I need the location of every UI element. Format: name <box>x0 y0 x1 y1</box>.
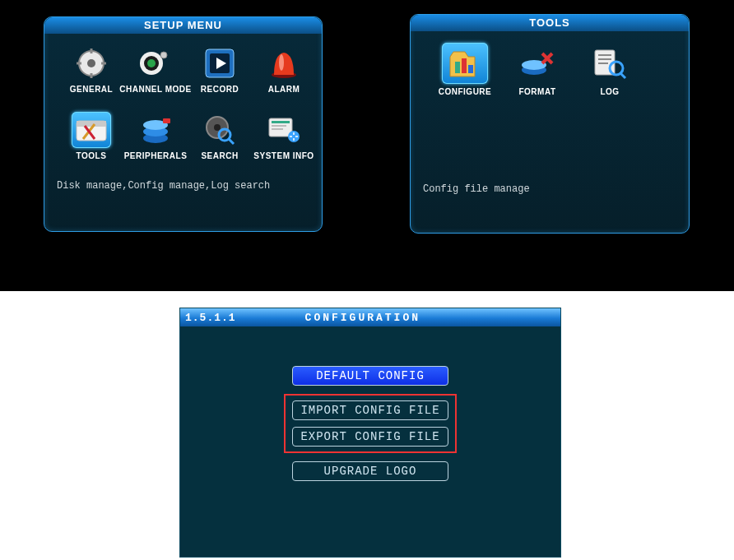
gear-icon <box>72 45 111 81</box>
svg-rect-29 <box>272 125 286 127</box>
svg-point-9 <box>160 52 167 58</box>
setup-menu-title: SETUP MENU <box>44 17 322 34</box>
menu-item-record[interactable]: RECORD <box>188 45 252 94</box>
menu-item-search[interactable]: SEARCH <box>188 112 252 160</box>
export-config-button[interactable]: EXPORT CONFIG FILE <box>292 427 448 447</box>
tools-label-configure: CONFIGURE <box>439 87 492 96</box>
setup-menu-grid: GENERAL CHANNEL MODE RECO <box>44 34 322 165</box>
camera-icon <box>136 45 175 81</box>
setup-menu-panel: SETUP MENU GENERAL CHANNEL <box>44 16 323 232</box>
svg-rect-28 <box>272 121 290 123</box>
menu-item-peripherals[interactable]: PERIPHERALS <box>123 112 188 160</box>
tools-item-log[interactable]: LOG <box>574 43 646 96</box>
tools-label-format: FORMAT <box>518 87 555 96</box>
configuration-version: 1.5.1.1 <box>180 312 248 324</box>
menu-label-search: SEARCH <box>201 151 238 160</box>
svg-point-14 <box>279 54 284 71</box>
setup-menu-description: Disk manage,Config manage,Log search <box>44 165 322 201</box>
svg-line-48 <box>620 73 625 78</box>
configure-icon <box>442 43 488 84</box>
tools-item-configure[interactable]: CONFIGURE <box>429 43 501 96</box>
menu-label-tools: TOOLS <box>77 151 107 160</box>
svg-rect-30 <box>272 128 283 130</box>
play-icon <box>200 45 239 81</box>
format-icon <box>514 43 560 84</box>
system-info-icon <box>264 112 304 148</box>
log-icon <box>587 43 633 84</box>
tools-description: Config file manage <box>411 101 689 205</box>
menu-item-general[interactable]: GENERAL <box>59 45 123 94</box>
upgrade-logo-button[interactable]: UPGRADE LOGO <box>292 461 448 481</box>
svg-point-1 <box>87 59 95 67</box>
menu-label-channel-mode: CHANNEL MODE <box>119 85 191 94</box>
tools-label-log: LOG <box>600 87 619 96</box>
svg-line-26 <box>229 139 234 144</box>
configuration-titlebar: 1.5.1.1 CONFIGURATION <box>180 308 560 326</box>
svg-point-24 <box>214 124 221 131</box>
menu-label-record: RECORD <box>201 85 239 94</box>
tools-grid: CONFIGURE FORMAT <box>411 31 689 101</box>
svg-rect-36 <box>455 62 460 73</box>
tools-item-format[interactable]: FORMAT <box>501 43 574 96</box>
configuration-title: CONFIGURATION <box>305 312 420 324</box>
svg-rect-38 <box>468 65 473 73</box>
svg-rect-37 <box>462 58 467 73</box>
svg-rect-22 <box>163 118 170 123</box>
tools-icon <box>72 112 111 148</box>
peripherals-icon <box>136 112 175 148</box>
tools-title: TOOLS <box>411 15 689 31</box>
menu-label-system-info: SYSTEM INFO <box>253 151 314 160</box>
menu-label-general: GENERAL <box>70 85 113 94</box>
tools-panel: TOOLS CONFIGURE <box>410 14 690 234</box>
configuration-window: 1.5.1.1 CONFIGURATION DEFAULT CONFIG IMP… <box>179 308 561 558</box>
default-config-button[interactable]: DEFAULT CONFIG <box>292 366 448 386</box>
svg-rect-16 <box>77 121 106 127</box>
svg-point-8 <box>147 59 156 67</box>
menu-item-system-info[interactable]: SYSTEM INFO <box>252 112 316 160</box>
search-disc-icon <box>200 112 239 148</box>
alarm-light-icon <box>264 45 304 81</box>
menu-item-channel-mode[interactable]: CHANNEL MODE <box>123 45 188 94</box>
menu-item-alarm[interactable]: ALARM <box>252 45 316 94</box>
configuration-body: DEFAULT CONFIG IMPORT CONFIG FILE EXPORT… <box>180 326 560 481</box>
import-config-button[interactable]: IMPORT CONFIG FILE <box>292 400 448 420</box>
menu-label-alarm: ALARM <box>268 85 300 94</box>
menu-label-peripherals: PERIPHERALS <box>124 151 188 160</box>
menu-item-tools[interactable]: TOOLS <box>59 112 123 160</box>
config-file-highlight: IMPORT CONFIG FILE EXPORT CONFIG FILE <box>284 394 457 453</box>
